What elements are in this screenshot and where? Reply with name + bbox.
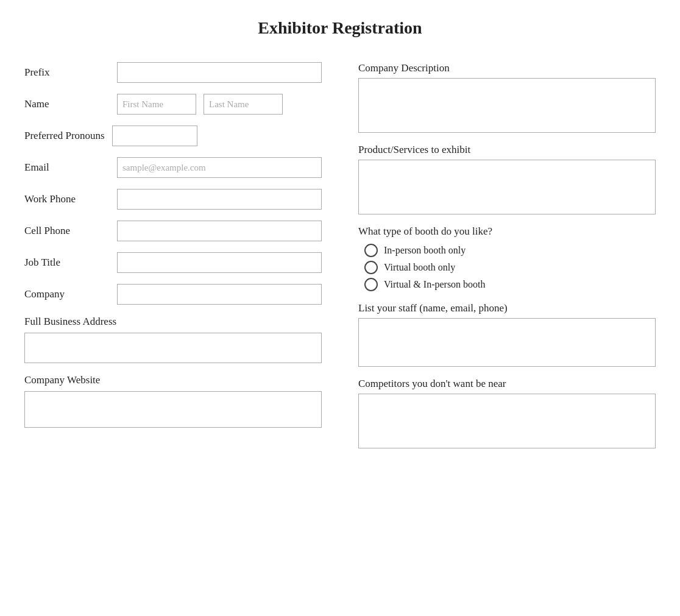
- staff-input[interactable]: [358, 318, 656, 367]
- booth-option-both-label: Virtual & In-person booth: [384, 279, 486, 290]
- website-input[interactable]: [24, 391, 322, 428]
- prefix-input[interactable]: [117, 62, 322, 83]
- name-label: Name: [24, 98, 110, 110]
- staff-block: List your staff (name, email, phone): [358, 302, 656, 367]
- pronouns-row: Preferred Pronouns: [24, 126, 322, 146]
- prefix-row: Prefix: [24, 62, 322, 83]
- name-row: Name: [24, 94, 322, 115]
- products-input[interactable]: [358, 160, 656, 214]
- booth-option-virtual-label: Virtual booth only: [384, 262, 455, 273]
- job-title-label: Job Title: [24, 257, 110, 269]
- cell-phone-row: Cell Phone: [24, 221, 322, 241]
- booth-option-both[interactable]: Virtual & In-person booth: [364, 278, 656, 291]
- address-input[interactable]: [24, 333, 322, 363]
- website-label: Company Website: [24, 374, 322, 386]
- cell-phone-input[interactable]: [117, 221, 322, 241]
- email-label: Email: [24, 161, 110, 174]
- company-description-input[interactable]: [358, 78, 656, 133]
- address-label: Full Business Address: [24, 316, 322, 328]
- website-block: Company Website: [24, 374, 322, 428]
- address-block: Full Business Address: [24, 316, 322, 363]
- booth-option-virtual[interactable]: Virtual booth only: [364, 261, 656, 274]
- email-input[interactable]: [117, 157, 322, 178]
- work-phone-label: Work Phone: [24, 193, 110, 205]
- booth-type-block: What type of booth do you like? In-perso…: [358, 225, 656, 291]
- cell-phone-label: Cell Phone: [24, 225, 110, 237]
- page-title: Exhibitor Registration: [24, 18, 656, 38]
- company-description-label: Company Description: [358, 62, 656, 74]
- company-label: Company: [24, 288, 110, 300]
- right-column: Company Description Product/Services to …: [358, 62, 656, 448]
- competitors-block: Competitors you don't want be near: [358, 378, 656, 448]
- company-row: Company: [24, 284, 322, 305]
- booth-option-in-person[interactable]: In-person booth only: [364, 244, 656, 257]
- work-phone-input[interactable]: [117, 189, 322, 210]
- email-row: Email: [24, 157, 322, 178]
- competitors-label: Competitors you don't want be near: [358, 378, 656, 390]
- booth-options: In-person booth only Virtual booth only …: [358, 244, 656, 291]
- company-description-block: Company Description: [358, 62, 656, 133]
- prefix-label: Prefix: [24, 66, 110, 79]
- work-phone-row: Work Phone: [24, 189, 322, 210]
- radio-in-person[interactable]: [364, 244, 378, 257]
- left-column: Prefix Name Preferred Pronouns Email Wor…: [24, 62, 322, 448]
- booth-type-label: What type of booth do you like?: [358, 225, 656, 238]
- products-block: Product/Services to exhibit: [358, 144, 656, 214]
- pronouns-input[interactable]: [112, 126, 197, 146]
- products-label: Product/Services to exhibit: [358, 144, 656, 156]
- competitors-input[interactable]: [358, 394, 656, 448]
- radio-virtual[interactable]: [364, 261, 378, 274]
- company-input[interactable]: [117, 284, 322, 305]
- booth-option-in-person-label: In-person booth only: [384, 245, 466, 256]
- job-title-input[interactable]: [117, 252, 322, 273]
- pronouns-label: Preferred Pronouns: [24, 130, 105, 142]
- first-name-input[interactable]: [117, 94, 196, 115]
- job-title-row: Job Title: [24, 252, 322, 273]
- last-name-input[interactable]: [204, 94, 283, 115]
- staff-label: List your staff (name, email, phone): [358, 302, 656, 314]
- radio-both[interactable]: [364, 278, 378, 291]
